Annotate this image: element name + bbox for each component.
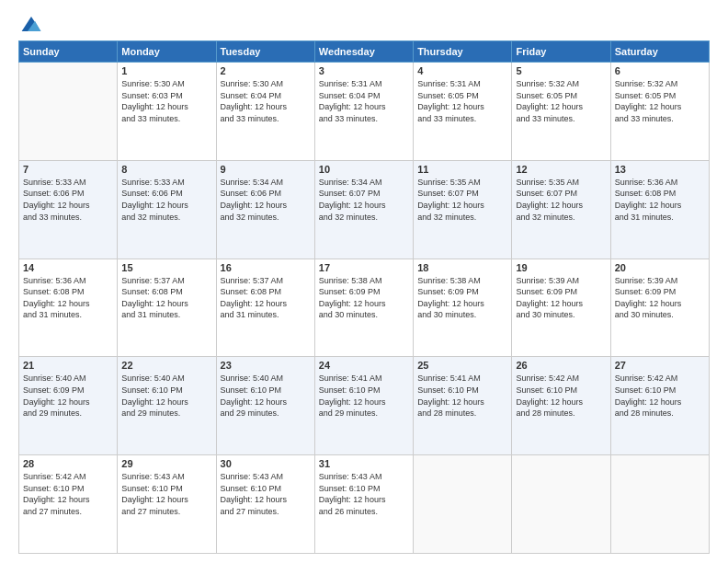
calendar-cell: 5Sunrise: 5:32 AM Sunset: 6:05 PM Daylig… [512, 63, 610, 161]
calendar-table: SundayMondayTuesdayWednesdayThursdayFrid… [18, 40, 710, 554]
calendar-cell: 17Sunrise: 5:38 AM Sunset: 6:09 PM Dayli… [314, 259, 413, 357]
calendar-cell: 7Sunrise: 5:33 AM Sunset: 6:06 PM Daylig… [19, 160, 118, 259]
day-info: Sunrise: 5:34 AM Sunset: 6:06 PM Dayligh… [221, 177, 311, 223]
calendar-cell: 2Sunrise: 5:30 AM Sunset: 6:04 PM Daylig… [216, 63, 314, 161]
calendar-cell: 24Sunrise: 5:41 AM Sunset: 6:10 PM Dayli… [314, 357, 413, 455]
calendar-header-sunday: Sunday [19, 41, 118, 63]
calendar-cell [512, 455, 610, 554]
day-number: 28 [23, 458, 113, 469]
calendar-cell: 23Sunrise: 5:40 AM Sunset: 6:10 PM Dayli… [216, 357, 314, 455]
day-number: 14 [23, 262, 113, 273]
day-info: Sunrise: 5:40 AM Sunset: 6:10 PM Dayligh… [221, 373, 311, 419]
calendar-cell: 3Sunrise: 5:31 AM Sunset: 6:04 PM Daylig… [314, 63, 413, 161]
day-number: 22 [121, 360, 211, 371]
day-number: 17 [319, 262, 409, 273]
calendar-cell: 20Sunrise: 5:39 AM Sunset: 6:09 PM Dayli… [610, 259, 709, 357]
calendar-cell: 27Sunrise: 5:42 AM Sunset: 6:10 PM Dayli… [610, 357, 709, 455]
calendar-cell [610, 455, 709, 554]
calendar-cell: 10Sunrise: 5:34 AM Sunset: 6:07 PM Dayli… [314, 160, 413, 259]
calendar-cell: 4Sunrise: 5:31 AM Sunset: 6:05 PM Daylig… [414, 63, 512, 161]
calendar-cell: 15Sunrise: 5:37 AM Sunset: 6:08 PM Dayli… [118, 259, 216, 357]
calendar-header-saturday: Saturday [610, 41, 709, 63]
day-number: 25 [417, 360, 507, 371]
day-number: 11 [417, 164, 507, 175]
day-info: Sunrise: 5:43 AM Sunset: 6:10 PM Dayligh… [319, 471, 409, 517]
calendar-cell: 22Sunrise: 5:40 AM Sunset: 6:10 PM Dayli… [118, 357, 216, 455]
calendar-cell: 14Sunrise: 5:36 AM Sunset: 6:08 PM Dayli… [19, 259, 118, 357]
day-info: Sunrise: 5:42 AM Sunset: 6:10 PM Dayligh… [615, 373, 705, 419]
logo-icon [20, 15, 42, 33]
day-info: Sunrise: 5:33 AM Sunset: 6:06 PM Dayligh… [23, 177, 113, 223]
day-number: 12 [516, 164, 606, 175]
day-number: 3 [319, 65, 409, 76]
day-info: Sunrise: 5:39 AM Sunset: 6:09 PM Dayligh… [516, 275, 606, 321]
day-info: Sunrise: 5:37 AM Sunset: 6:08 PM Dayligh… [221, 275, 311, 321]
calendar-header-tuesday: Tuesday [216, 41, 314, 63]
day-number: 4 [417, 65, 507, 76]
logo-text [18, 15, 42, 33]
day-info: Sunrise: 5:33 AM Sunset: 6:06 PM Dayligh… [121, 177, 211, 223]
header [18, 15, 710, 33]
day-number: 19 [516, 262, 606, 273]
day-number: 16 [221, 262, 311, 273]
day-number: 1 [121, 65, 211, 76]
day-info: Sunrise: 5:36 AM Sunset: 6:08 PM Dayligh… [615, 177, 705, 223]
day-info: Sunrise: 5:32 AM Sunset: 6:05 PM Dayligh… [516, 78, 606, 124]
calendar-header-thursday: Thursday [414, 41, 512, 63]
day-info: Sunrise: 5:34 AM Sunset: 6:07 PM Dayligh… [319, 177, 409, 223]
calendar-cell: 9Sunrise: 5:34 AM Sunset: 6:06 PM Daylig… [216, 160, 314, 259]
calendar-cell: 25Sunrise: 5:41 AM Sunset: 6:10 PM Dayli… [414, 357, 512, 455]
day-number: 7 [23, 164, 113, 175]
calendar-week-row: 28Sunrise: 5:42 AM Sunset: 6:10 PM Dayli… [19, 455, 710, 554]
page: SundayMondayTuesdayWednesdayThursdayFrid… [0, 0, 728, 563]
calendar-week-row: 21Sunrise: 5:40 AM Sunset: 6:09 PM Dayli… [19, 357, 710, 455]
day-info: Sunrise: 5:36 AM Sunset: 6:08 PM Dayligh… [23, 275, 113, 321]
day-info: Sunrise: 5:35 AM Sunset: 6:07 PM Dayligh… [516, 177, 606, 223]
day-info: Sunrise: 5:43 AM Sunset: 6:10 PM Dayligh… [121, 471, 211, 517]
day-number: 24 [319, 360, 409, 371]
day-info: Sunrise: 5:31 AM Sunset: 6:04 PM Dayligh… [319, 78, 409, 124]
day-number: 13 [615, 164, 705, 175]
calendar-cell: 29Sunrise: 5:43 AM Sunset: 6:10 PM Dayli… [118, 455, 216, 554]
day-number: 27 [615, 360, 705, 371]
day-info: Sunrise: 5:41 AM Sunset: 6:10 PM Dayligh… [417, 373, 507, 419]
calendar-cell [19, 63, 118, 161]
calendar-header-wednesday: Wednesday [314, 41, 413, 63]
calendar-cell: 30Sunrise: 5:43 AM Sunset: 6:10 PM Dayli… [216, 455, 314, 554]
day-info: Sunrise: 5:38 AM Sunset: 6:09 PM Dayligh… [417, 275, 507, 321]
calendar-cell: 1Sunrise: 5:30 AM Sunset: 6:03 PM Daylig… [118, 63, 216, 161]
day-number: 2 [221, 65, 311, 76]
calendar-cell [414, 455, 512, 554]
day-info: Sunrise: 5:32 AM Sunset: 6:05 PM Dayligh… [615, 78, 705, 124]
day-number: 20 [615, 262, 705, 273]
day-info: Sunrise: 5:40 AM Sunset: 6:10 PM Dayligh… [121, 373, 211, 419]
day-info: Sunrise: 5:40 AM Sunset: 6:09 PM Dayligh… [23, 373, 113, 419]
calendar-week-row: 14Sunrise: 5:36 AM Sunset: 6:08 PM Dayli… [19, 259, 710, 357]
day-info: Sunrise: 5:30 AM Sunset: 6:04 PM Dayligh… [221, 78, 311, 124]
calendar-week-row: 7Sunrise: 5:33 AM Sunset: 6:06 PM Daylig… [19, 160, 710, 259]
calendar-cell: 31Sunrise: 5:43 AM Sunset: 6:10 PM Dayli… [314, 455, 413, 554]
logo [18, 15, 42, 33]
calendar-cell: 18Sunrise: 5:38 AM Sunset: 6:09 PM Dayli… [414, 259, 512, 357]
calendar-cell: 21Sunrise: 5:40 AM Sunset: 6:09 PM Dayli… [19, 357, 118, 455]
day-number: 5 [516, 65, 606, 76]
day-info: Sunrise: 5:42 AM Sunset: 6:10 PM Dayligh… [516, 373, 606, 419]
day-number: 15 [121, 262, 211, 273]
day-number: 30 [221, 458, 311, 469]
calendar-header-monday: Monday [118, 41, 216, 63]
calendar-cell: 12Sunrise: 5:35 AM Sunset: 6:07 PM Dayli… [512, 160, 610, 259]
day-info: Sunrise: 5:38 AM Sunset: 6:09 PM Dayligh… [319, 275, 409, 321]
calendar-cell: 28Sunrise: 5:42 AM Sunset: 6:10 PM Dayli… [19, 455, 118, 554]
calendar-header-row: SundayMondayTuesdayWednesdayThursdayFrid… [19, 41, 710, 63]
calendar-cell: 16Sunrise: 5:37 AM Sunset: 6:08 PM Dayli… [216, 259, 314, 357]
day-number: 29 [121, 458, 211, 469]
calendar-cell: 6Sunrise: 5:32 AM Sunset: 6:05 PM Daylig… [610, 63, 709, 161]
day-number: 8 [121, 164, 211, 175]
calendar-cell: 8Sunrise: 5:33 AM Sunset: 6:06 PM Daylig… [118, 160, 216, 259]
day-number: 9 [221, 164, 311, 175]
day-info: Sunrise: 5:42 AM Sunset: 6:10 PM Dayligh… [23, 471, 113, 517]
day-info: Sunrise: 5:30 AM Sunset: 6:03 PM Dayligh… [121, 78, 211, 124]
calendar-cell: 19Sunrise: 5:39 AM Sunset: 6:09 PM Dayli… [512, 259, 610, 357]
day-info: Sunrise: 5:37 AM Sunset: 6:08 PM Dayligh… [121, 275, 211, 321]
calendar-week-row: 1Sunrise: 5:30 AM Sunset: 6:03 PM Daylig… [19, 63, 710, 161]
